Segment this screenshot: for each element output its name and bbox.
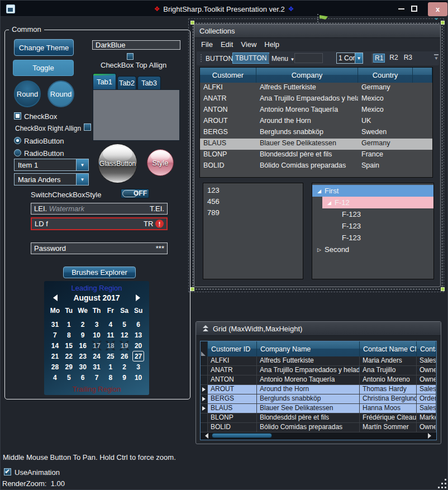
calendar-date[interactable]: 20 [131, 340, 145, 351]
table-row[interactable]: BLAUS Blauer See Delikatessen Hanna Moos… [201, 404, 436, 413]
calendar-date[interactable]: 1 [62, 319, 76, 330]
calendar-date[interactable]: 15 [62, 340, 76, 351]
calendar-next-button[interactable] [136, 294, 140, 301]
table-row[interactable]: BLONP Blondesddsl père et fils Frédériqu… [201, 413, 436, 423]
calendar-date[interactable]: 19 [117, 340, 131, 351]
table-row[interactable]: BERGS Berglunds snabbköp Christina Bergl… [201, 394, 436, 404]
horizontal-scrollbar[interactable] [201, 432, 436, 439]
list-item[interactable]: 123 [203, 185, 303, 196]
adorner-handle[interactable] [441, 287, 445, 291]
resize-grip-icon[interactable] [445, 483, 446, 484]
toolbar-button[interactable]: BUTTON [203, 54, 235, 64]
tree-item[interactable]: F-123 [312, 220, 433, 232]
scrollbar-thumb[interactable] [212, 433, 272, 438]
toolbar-radio[interactable]: R2 [388, 54, 399, 63]
brushes-explorer-button[interactable]: Brushes Explorer [63, 267, 136, 278]
calendar-date[interactable]: 29 [62, 361, 76, 372]
column-header-customer-id[interactable]: Customer ID [208, 341, 257, 356]
calendar-date[interactable]: 17 [90, 340, 104, 351]
calendar-date[interactable]: 4 [48, 372, 62, 383]
adorner-handle[interactable] [190, 21, 194, 25]
calendar-date[interactable]: 31 [48, 319, 62, 330]
tree-item[interactable]: ◢F-12 [322, 197, 433, 208]
row-header[interactable] [201, 394, 208, 404]
menu-item[interactable]: File [201, 40, 213, 49]
maximize-button[interactable] [411, 6, 417, 12]
theme-input[interactable]: DarkBlue [92, 40, 180, 50]
toolbar-grip-icon[interactable] [201, 54, 202, 62]
tree-expander-icon[interactable]: ◢ [316, 188, 323, 194]
toolbar-combobox-dropdown[interactable]: ▼ [355, 53, 363, 63]
checkbox[interactable] [14, 112, 21, 120]
toolbar-combobox[interactable]: 1 Com ▼ [336, 53, 363, 64]
toolbar-toggle-button[interactable]: TBUTTON [232, 53, 269, 64]
calendar-date[interactable]: 14 [48, 340, 62, 351]
tab-tab1[interactable]: Tab1 [93, 73, 116, 89]
calendar-date[interactable]: 18 [103, 340, 117, 351]
tab-tab2[interactable]: Tab2 [117, 76, 136, 89]
row-header[interactable] [201, 404, 208, 413]
resize-grip-icon[interactable] [445, 479, 446, 481]
scroll-left-icon[interactable] [205, 433, 208, 439]
resize-grip-icon[interactable] [445, 487, 446, 488]
resize-grip-icon[interactable] [441, 483, 443, 484]
calendar-date[interactable]: 3 [131, 361, 145, 372]
name-combobox-dropdown[interactable]: ▼ [76, 174, 88, 185]
switch-checkbox[interactable]: OFF [121, 189, 149, 198]
table-row[interactable]: ALFKI Alfreds Futterkiste Germany [200, 83, 432, 94]
tree-item[interactable]: ◢First [312, 185, 433, 197]
calendar-date[interactable]: 8 [62, 330, 76, 340]
table-row[interactable]: BLAUS Blauer See Delikatessen Germany [200, 139, 432, 150]
table-row[interactable]: AROUT Around the Horn Thomas Hardy Sales… [201, 385, 436, 394]
toggle-button[interactable]: Toggle [13, 60, 74, 76]
column-header-contact-title[interactable]: Contact Title [417, 341, 436, 356]
radio-button-1[interactable] [14, 137, 21, 144]
row-header[interactable] [201, 366, 208, 375]
toolbar-textbox[interactable] [294, 53, 323, 63]
radio-button-2[interactable] [14, 149, 21, 156]
calendar-date[interactable]: 9 [117, 372, 131, 383]
checkbox-right-allign[interactable] [84, 123, 91, 131]
menu-item[interactable]: View [241, 40, 256, 49]
table-row[interactable]: BERGS Berglunds snabbköp Sweden [200, 127, 432, 139]
collapse-icon[interactable] [202, 325, 209, 332]
calendar-date[interactable]: 27 [131, 351, 145, 361]
calendar-date[interactable]: 1 [103, 361, 117, 372]
list-item[interactable]: 789 [203, 207, 303, 218]
table-row[interactable]: ANTON Antonio Moreno Taquería Mexico [200, 105, 432, 116]
calendar-date[interactable]: 31 [90, 361, 104, 372]
calendar-date[interactable]: 12 [117, 330, 131, 340]
item-combobox[interactable]: Item 1 ▼ [14, 159, 89, 171]
tree-expander-icon[interactable]: ◢ [326, 200, 333, 206]
resize-grip-icon[interactable] [441, 487, 443, 488]
tree-item[interactable]: ▷Second [312, 244, 433, 255]
tree-item[interactable]: F-123 [312, 232, 433, 244]
scroll-right-icon[interactable] [428, 433, 431, 439]
row-header[interactable] [201, 413, 208, 423]
calendar-date[interactable]: 21 [48, 351, 62, 361]
watermark-textbox[interactable]: LEI. Watermark T.EI. [31, 203, 168, 215]
change-theme-button[interactable]: Change Theme [14, 39, 74, 56]
calendar-prev-button[interactable] [53, 294, 58, 301]
toolbar-radio[interactable]: R3 [403, 54, 413, 63]
column-header-customer[interactable]: Customer [200, 68, 256, 83]
row-header[interactable] [201, 356, 208, 366]
adorner-handle[interactable] [441, 21, 445, 25]
tree-item[interactable]: F-123 [312, 208, 433, 220]
calendar-date[interactable]: 6 [131, 319, 145, 330]
table-row[interactable]: BOLID Bólido Comidas preparadas Spain [200, 161, 432, 172]
calendar-date[interactable]: 2 [76, 319, 90, 330]
resize-grip-icon[interactable] [438, 487, 440, 488]
calendar-date[interactable]: 10 [90, 330, 104, 340]
table-row[interactable]: ANATR Ana Trujillo Emparedados y helados… [201, 366, 436, 375]
calendar-date[interactable]: 26 [117, 351, 131, 361]
table-row[interactable]: ANATR Ana Trujillo Emparedados y helados… [200, 94, 432, 105]
column-header-country[interactable]: Country [358, 68, 413, 83]
column-header-contact-name[interactable]: Contact Name CN [360, 341, 417, 356]
glass-button[interactable]: GlassButton [98, 144, 137, 183]
calendar-date[interactable]: 9 [76, 330, 90, 340]
row-header[interactable] [201, 423, 208, 432]
calendar-date[interactable]: 30 [76, 361, 90, 372]
tree-expander-icon[interactable]: ▷ [316, 247, 323, 253]
toolbar-radio[interactable]: R1 [373, 54, 385, 63]
